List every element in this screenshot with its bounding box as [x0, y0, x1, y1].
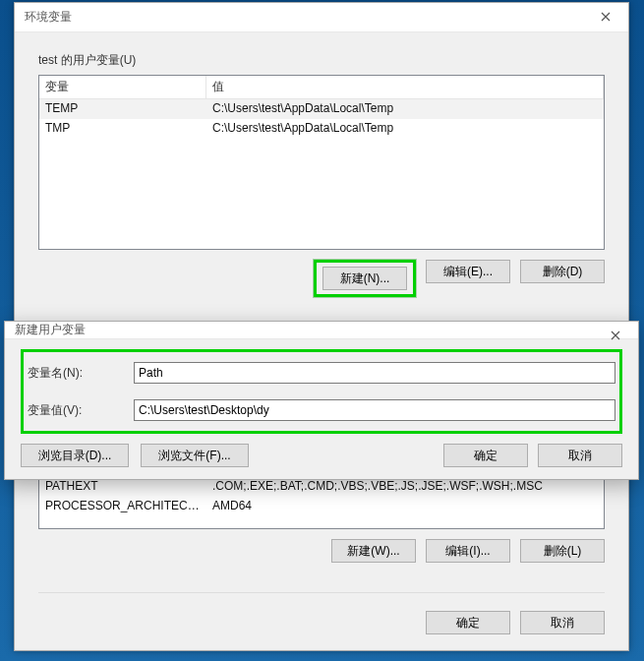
new-title: 新建用户变量	[15, 322, 86, 338]
user-edit-button[interactable]: 编辑(E)...	[426, 260, 510, 283]
env-titlebar: 环境变量	[15, 3, 628, 32]
new-ok-button[interactable]: 确定	[443, 444, 528, 467]
var-name-label: 变量名(N):	[28, 365, 134, 382]
env-cancel-button[interactable]: 取消	[520, 611, 605, 634]
name-row: 变量名(N):	[28, 354, 615, 391]
cell-var: PROCESSOR_ARCHITECT...	[39, 497, 206, 516]
table-row[interactable]: TMP C:\Users\test\AppData\Local\Temp	[39, 119, 604, 139]
var-name-input[interactable]	[134, 362, 615, 384]
env-close-button[interactable]	[583, 3, 628, 32]
browse-file-button[interactable]: 浏览文件(F)...	[141, 444, 249, 467]
var-value-label: 变量值(V):	[28, 402, 134, 419]
sys-new-button[interactable]: 新建(W)...	[331, 539, 416, 563]
table-row[interactable]: PATHEXT .COM;.EXE;.BAT;.CMD;.VBS;.VBE;.J…	[39, 477, 604, 497]
value-row: 变量值(V):	[28, 391, 615, 429]
table-row[interactable]: TEMP C:\Users\test\AppData\Local\Temp	[39, 99, 604, 119]
browse-pair: 浏览目录(D)... 浏览文件(F)...	[21, 444, 249, 467]
highlight-fields: 变量名(N): 变量值(V):	[21, 349, 622, 434]
table-row[interactable]: PROCESSOR_ARCHITECT... AMD64	[39, 497, 604, 516]
sys-delete-button[interactable]: 删除(L)	[520, 539, 605, 563]
cell-var: TEMP	[39, 99, 206, 119]
user-vars-table[interactable]: 变量 值 TEMP C:\Users\test\AppData\Local\Te…	[38, 75, 605, 250]
user-vars-label: test 的用户变量(U)	[38, 52, 605, 69]
system-vars-table[interactable]: PATHEXT .COM;.EXE;.BAT;.CMD;.VBS;.VBE;.J…	[38, 476, 605, 529]
new-close-button[interactable]	[593, 322, 638, 351]
new-titlebar: 新建用户变量	[5, 322, 638, 339]
highlight-new: 新建(N)...	[314, 260, 416, 297]
env-ok-button[interactable]: 确定	[426, 611, 510, 634]
cell-var: PATHEXT	[39, 477, 206, 497]
cell-val: C:\Users\test\AppData\Local\Temp	[206, 99, 604, 119]
system-buttons-row: 新建(W)... 编辑(I)... 删除(L)	[38, 539, 605, 563]
new-user-variable-dialog: 新建用户变量 变量名(N): 变量值(V): 浏览目录(D)... 浏览文件(F…	[4, 321, 639, 480]
table-header: 变量 值	[39, 76, 604, 99]
close-icon	[611, 330, 620, 343]
cell-val: C:\Users\test\AppData\Local\Temp	[206, 119, 604, 139]
user-delete-button[interactable]: 删除(D)	[520, 260, 605, 283]
browse-dir-button[interactable]: 浏览目录(D)...	[21, 444, 129, 467]
spacer	[259, 444, 434, 467]
env-footer: 确定 取消	[38, 592, 605, 634]
sys-edit-button[interactable]: 编辑(I)...	[426, 539, 510, 563]
col-var[interactable]: 变量	[39, 76, 206, 98]
user-new-button[interactable]: 新建(N)...	[322, 267, 407, 290]
new-cancel-button[interactable]: 取消	[538, 444, 622, 467]
var-value-input[interactable]	[134, 399, 615, 421]
new-body: 变量名(N): 变量值(V): 浏览目录(D)... 浏览文件(F)... 确定…	[5, 339, 638, 479]
close-icon	[601, 11, 611, 25]
cell-val: .COM;.EXE;.BAT;.CMD;.VBS;.VBE;.JS;.JSE;.…	[206, 477, 604, 497]
env-title: 环境变量	[25, 9, 72, 26]
cell-val: AMD64	[206, 497, 604, 516]
user-buttons-row: 新建(N)... 编辑(E)... 删除(D)	[38, 260, 605, 297]
new-buttons-row: 浏览目录(D)... 浏览文件(F)... 确定 取消	[21, 444, 622, 467]
cell-var: TMP	[39, 119, 206, 139]
col-val[interactable]: 值	[206, 76, 604, 98]
